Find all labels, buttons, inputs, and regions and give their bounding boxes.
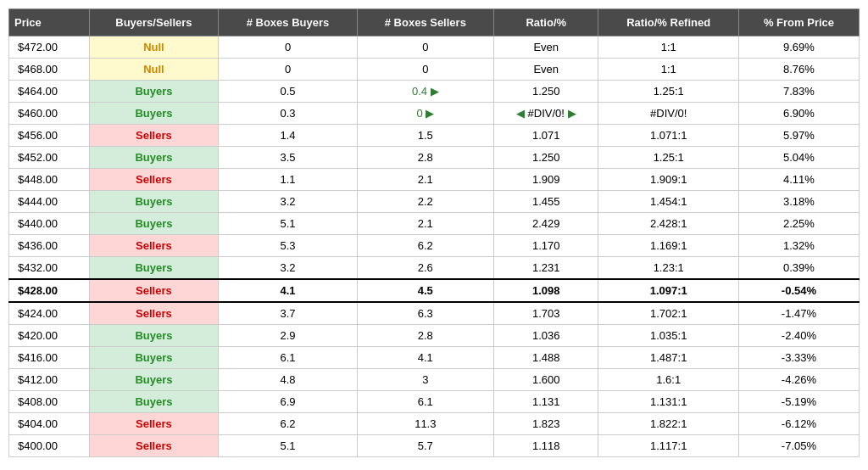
boxes-buyers-cell: 2.9 [219,325,357,347]
table-row: $436.00Sellers5.36.21.1701.169:11.32% [9,235,860,257]
ratio-cell: Even [493,59,598,81]
boxes-buyers-cell: 0.3 [219,103,357,125]
ratio-cell: 1.823 [493,413,598,435]
price-cell: $432.00 [9,257,90,280]
price-cell: $456.00 [9,125,90,147]
from-price-cell: -2.40% [738,325,859,347]
table-row: $424.00Sellers3.76.31.7031.702:1-1.47% [9,302,860,325]
buyers-sellers-cell: Sellers [89,435,219,457]
ratio-refined-cell: 1.25:1 [598,147,738,169]
boxes-sellers-cell: 6.2 [357,235,493,257]
ratio-refined-cell: 1.487:1 [598,347,738,369]
price-cell: $408.00 [9,391,90,413]
ratio-cell: 2.429 [493,213,598,235]
ratio-cell: 1.455 [493,191,598,213]
buyers-sellers-cell: Buyers [89,347,219,369]
ratio-refined-cell: #DIV/0! [598,103,738,125]
buyers-sellers-cell: Sellers [89,235,219,257]
from-price-cell: -3.33% [738,347,859,369]
price-cell: $444.00 [9,191,90,213]
price-cell: $460.00 [9,103,90,125]
boxes-sellers-cell: 2.6 [357,257,493,280]
table-row: $408.00Buyers6.96.11.1311.131:1-5.19% [9,391,860,413]
boxes-buyers-cell: 5.3 [219,235,357,257]
table-row: $416.00Buyers6.14.11.4881.487:1-3.33% [9,347,860,369]
col-header-0: Price [9,9,90,36]
boxes-buyers-cell: 6.9 [219,391,357,413]
ratio-refined-cell: 1.071:1 [598,125,738,147]
buyers-sellers-cell: Sellers [89,302,219,325]
boxes-buyers-cell: 3.2 [219,257,357,280]
boxes-sellers-cell: 2.8 [357,325,493,347]
ratio-cell: 1.250 [493,81,598,103]
ratio-refined-cell: 1.23:1 [598,257,738,280]
boxes-buyers-cell: 0 [219,59,357,81]
boxes-buyers-cell: 0 [219,36,357,59]
buyers-sellers-cell: Buyers [89,191,219,213]
table-row: $448.00Sellers1.12.11.9091.909:14.11% [9,169,860,191]
table-row: $468.00Null00Even1:18.76% [9,59,860,81]
from-price-cell: 7.83% [738,81,859,103]
price-cell: $400.00 [9,435,90,457]
ratio-cell: 1.036 [493,325,598,347]
buyers-sellers-cell: Buyers [89,147,219,169]
ratio-refined-cell: 1.117:1 [598,435,738,457]
ratio-cell: ◀ #DIV/0! ▶ [493,103,598,125]
price-cell: $472.00 [9,36,90,59]
price-cell: $440.00 [9,213,90,235]
ratio-cell: 1.488 [493,347,598,369]
from-price-cell: 6.90% [738,103,859,125]
price-cell: $464.00 [9,81,90,103]
boxes-buyers-cell: 4.1 [219,279,357,302]
ratio-refined-cell: 1.035:1 [598,325,738,347]
buyers-sellers-cell: Null [89,59,219,81]
ratio-cell: 1.909 [493,169,598,191]
table-row: $404.00Sellers6.211.31.8231.822:1-6.12% [9,413,860,435]
buyers-sellers-cell: Buyers [89,257,219,280]
from-price-cell: 5.04% [738,147,859,169]
ratio-refined-cell: 1:1 [598,59,738,81]
from-price-cell: 5.97% [738,125,859,147]
buyers-sellers-cell: Buyers [89,81,219,103]
ratio-refined-cell: 1.822:1 [598,413,738,435]
from-price-cell: 4.11% [738,169,859,191]
price-cell: $404.00 [9,413,90,435]
price-cell: $424.00 [9,302,90,325]
table-row: $460.00Buyers0.30 ▶◀ #DIV/0! ▶#DIV/0!6.9… [9,103,860,125]
ratio-cell: 1.170 [493,235,598,257]
ratio-cell: 1.250 [493,147,598,169]
table-row: $456.00Sellers1.41.51.0711.071:15.97% [9,125,860,147]
from-price-cell: 3.18% [738,191,859,213]
table-row: $440.00Buyers5.12.12.4292.428:12.25% [9,213,860,235]
main-table: PriceBuyers/Sellers# Boxes Buyers# Boxes… [8,8,860,457]
boxes-buyers-cell: 1.4 [219,125,357,147]
col-header-1: Buyers/Sellers [89,9,219,36]
boxes-sellers-cell: 0 [357,36,493,59]
price-cell: $420.00 [9,325,90,347]
buyers-sellers-cell: Sellers [89,125,219,147]
boxes-buyers-cell: 5.1 [219,435,357,457]
boxes-buyers-cell: 3.7 [219,302,357,325]
col-header-5: Ratio/% Refined [598,9,738,36]
table-row: $420.00Buyers2.92.81.0361.035:1-2.40% [9,325,860,347]
boxes-sellers-cell: 1.5 [357,125,493,147]
from-price-cell: -6.12% [738,413,859,435]
price-cell: $452.00 [9,147,90,169]
price-cell: $436.00 [9,235,90,257]
from-price-cell: 1.32% [738,235,859,257]
table-row: $444.00Buyers3.22.21.4551.454:13.18% [9,191,860,213]
price-cell: $416.00 [9,347,90,369]
col-header-2: # Boxes Buyers [219,9,357,36]
ratio-refined-cell: 2.428:1 [598,213,738,235]
boxes-buyers-cell: 3.5 [219,147,357,169]
ratio-cell: 1.600 [493,369,598,391]
buyers-sellers-cell: Buyers [89,103,219,125]
boxes-sellers-cell: 2.1 [357,213,493,235]
boxes-sellers-cell: 2.2 [357,191,493,213]
ratio-cell: 1.098 [493,279,598,302]
from-price-cell: -5.19% [738,391,859,413]
buyers-sellers-cell: Buyers [89,213,219,235]
from-price-cell: -0.54% [738,279,859,302]
boxes-sellers-cell: 6.1 [357,391,493,413]
ratio-cell: 1.118 [493,435,598,457]
